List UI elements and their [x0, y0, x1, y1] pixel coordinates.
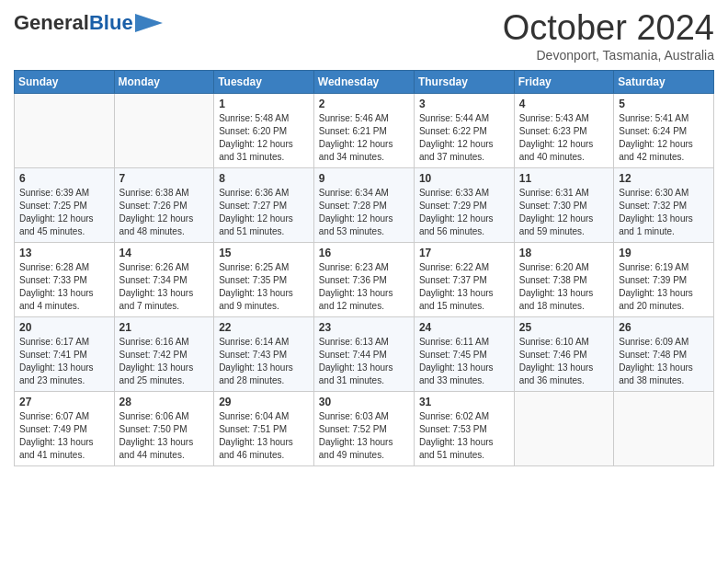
- calendar-cell: 10Sunrise: 6:33 AM Sunset: 7:29 PM Dayli…: [414, 167, 514, 242]
- calendar-cell: 15Sunrise: 6:25 AM Sunset: 7:35 PM Dayli…: [214, 242, 314, 316]
- day-number: 21: [119, 321, 210, 334]
- calendar-cell: 21Sunrise: 6:16 AM Sunset: 7:42 PM Dayli…: [114, 316, 214, 391]
- calendar-cell: 18Sunrise: 6:20 AM Sunset: 7:38 PM Dayli…: [514, 242, 613, 316]
- logo-text: GeneralBlue: [14, 13, 133, 33]
- day-info: Sunrise: 6:10 AM Sunset: 7:46 PM Dayligh…: [519, 336, 609, 387]
- day-number: 22: [219, 321, 309, 334]
- calendar-cell: 7Sunrise: 6:38 AM Sunset: 7:26 PM Daylig…: [114, 167, 214, 242]
- calendar-cell: [514, 391, 613, 465]
- day-number: 2: [319, 98, 409, 110]
- day-info: Sunrise: 6:16 AM Sunset: 7:42 PM Dayligh…: [119, 336, 210, 387]
- calendar-cell: 14Sunrise: 6:26 AM Sunset: 7:34 PM Dayli…: [114, 242, 214, 316]
- calendar-cell: 27Sunrise: 6:07 AM Sunset: 7:49 PM Dayli…: [15, 391, 115, 465]
- day-info: Sunrise: 6:02 AM Sunset: 7:53 PM Dayligh…: [419, 410, 509, 462]
- day-info: Sunrise: 6:23 AM Sunset: 7:36 PM Dayligh…: [319, 261, 409, 313]
- day-info: Sunrise: 6:07 AM Sunset: 7:49 PM Dayligh…: [19, 410, 109, 462]
- calendar-cell: [15, 93, 115, 167]
- day-info: Sunrise: 5:44 AM Sunset: 6:22 PM Dayligh…: [419, 112, 509, 164]
- day-number: 30: [319, 396, 409, 408]
- day-number: 7: [119, 172, 210, 185]
- day-number: 13: [19, 247, 109, 259]
- day-number: 28: [119, 396, 210, 408]
- page-header: GeneralBlue October 2024 Devonport, Tasm…: [14, 9, 714, 63]
- calendar-cell: 6Sunrise: 6:39 AM Sunset: 7:25 PM Daylig…: [15, 167, 115, 242]
- day-info: Sunrise: 6:39 AM Sunset: 7:25 PM Dayligh…: [19, 187, 109, 238]
- day-number: 27: [19, 396, 109, 408]
- day-number: 31: [419, 396, 509, 408]
- day-number: 12: [619, 172, 709, 185]
- day-number: 8: [219, 172, 309, 185]
- calendar-cell: [114, 93, 214, 167]
- day-number: 16: [319, 247, 409, 259]
- calendar-header-thursday: Thursday: [414, 70, 514, 93]
- calendar-week-row: 20Sunrise: 6:17 AM Sunset: 7:41 PM Dayli…: [15, 316, 714, 391]
- calendar-cell: 8Sunrise: 6:36 AM Sunset: 7:27 PM Daylig…: [214, 167, 314, 242]
- calendar-cell: 2Sunrise: 5:46 AM Sunset: 6:21 PM Daylig…: [313, 93, 414, 167]
- day-info: Sunrise: 6:20 AM Sunset: 7:38 PM Dayligh…: [519, 261, 609, 313]
- calendar-header-wednesday: Wednesday: [313, 70, 414, 93]
- calendar-week-row: 1Sunrise: 5:48 AM Sunset: 6:20 PM Daylig…: [15, 93, 714, 167]
- logo-arrow-icon: [135, 14, 163, 32]
- title-block: October 2024 Devonport, Tasmania, Austra…: [503, 9, 714, 63]
- day-info: Sunrise: 6:17 AM Sunset: 7:41 PM Dayligh…: [19, 336, 109, 387]
- calendar-cell: 1Sunrise: 5:48 AM Sunset: 6:20 PM Daylig…: [214, 93, 314, 167]
- day-info: Sunrise: 6:04 AM Sunset: 7:51 PM Dayligh…: [219, 410, 309, 462]
- day-info: Sunrise: 6:34 AM Sunset: 7:28 PM Dayligh…: [319, 187, 409, 238]
- day-info: Sunrise: 5:48 AM Sunset: 6:20 PM Dayligh…: [219, 112, 309, 164]
- day-info: Sunrise: 5:46 AM Sunset: 6:21 PM Dayligh…: [319, 112, 409, 164]
- day-number: 5: [619, 98, 709, 110]
- day-info: Sunrise: 6:19 AM Sunset: 7:39 PM Dayligh…: [619, 261, 709, 313]
- calendar-week-row: 27Sunrise: 6:07 AM Sunset: 7:49 PM Dayli…: [15, 391, 714, 465]
- day-info: Sunrise: 5:43 AM Sunset: 6:23 PM Dayligh…: [519, 112, 609, 164]
- day-info: Sunrise: 6:06 AM Sunset: 7:50 PM Dayligh…: [119, 410, 210, 462]
- day-number: 29: [219, 396, 309, 408]
- day-info: Sunrise: 6:13 AM Sunset: 7:44 PM Dayligh…: [319, 336, 409, 387]
- calendar-week-row: 6Sunrise: 6:39 AM Sunset: 7:25 PM Daylig…: [15, 167, 714, 242]
- calendar-cell: 25Sunrise: 6:10 AM Sunset: 7:46 PM Dayli…: [514, 316, 613, 391]
- calendar-table: SundayMondayTuesdayWednesdayThursdayFrid…: [14, 70, 714, 466]
- day-info: Sunrise: 6:25 AM Sunset: 7:35 PM Dayligh…: [219, 261, 309, 313]
- calendar-cell: 30Sunrise: 6:03 AM Sunset: 7:52 PM Dayli…: [313, 391, 414, 465]
- calendar-cell: 5Sunrise: 5:41 AM Sunset: 6:24 PM Daylig…: [614, 93, 714, 167]
- calendar-cell: 13Sunrise: 6:28 AM Sunset: 7:33 PM Dayli…: [15, 242, 115, 316]
- calendar-header-sunday: Sunday: [15, 70, 115, 93]
- calendar-cell: 24Sunrise: 6:11 AM Sunset: 7:45 PM Dayli…: [414, 316, 514, 391]
- day-number: 23: [319, 321, 409, 334]
- calendar-cell: 20Sunrise: 6:17 AM Sunset: 7:41 PM Dayli…: [15, 316, 115, 391]
- calendar-cell: 23Sunrise: 6:13 AM Sunset: 7:44 PM Dayli…: [313, 316, 414, 391]
- calendar-cell: 29Sunrise: 6:04 AM Sunset: 7:51 PM Dayli…: [214, 391, 314, 465]
- calendar-cell: 16Sunrise: 6:23 AM Sunset: 7:36 PM Dayli…: [313, 242, 414, 316]
- day-number: 1: [219, 98, 309, 110]
- day-number: 20: [19, 321, 109, 334]
- day-number: 10: [419, 172, 509, 185]
- day-number: 26: [619, 321, 709, 334]
- day-info: Sunrise: 6:09 AM Sunset: 7:48 PM Dayligh…: [619, 336, 709, 387]
- calendar-cell: 22Sunrise: 6:14 AM Sunset: 7:43 PM Dayli…: [214, 316, 314, 391]
- day-number: 14: [119, 247, 210, 259]
- calendar-header-friday: Friday: [514, 70, 613, 93]
- calendar-cell: 28Sunrise: 6:06 AM Sunset: 7:50 PM Dayli…: [114, 391, 214, 465]
- calendar-header-row: SundayMondayTuesdayWednesdayThursdayFrid…: [15, 70, 714, 93]
- day-number: 11: [519, 172, 609, 185]
- day-info: Sunrise: 6:03 AM Sunset: 7:52 PM Dayligh…: [319, 410, 409, 462]
- day-info: Sunrise: 6:36 AM Sunset: 7:27 PM Dayligh…: [219, 187, 309, 238]
- month-title: October 2024: [503, 9, 714, 48]
- day-info: Sunrise: 6:26 AM Sunset: 7:34 PM Dayligh…: [119, 261, 210, 313]
- day-number: 19: [619, 247, 709, 259]
- day-number: 24: [419, 321, 509, 334]
- day-number: 4: [519, 98, 609, 110]
- calendar-cell: 3Sunrise: 5:44 AM Sunset: 6:22 PM Daylig…: [414, 93, 514, 167]
- day-number: 25: [519, 321, 609, 334]
- day-info: Sunrise: 6:11 AM Sunset: 7:45 PM Dayligh…: [419, 336, 509, 387]
- day-number: 17: [419, 247, 509, 259]
- day-info: Sunrise: 6:38 AM Sunset: 7:26 PM Dayligh…: [119, 187, 210, 238]
- day-info: Sunrise: 6:28 AM Sunset: 7:33 PM Dayligh…: [19, 261, 109, 313]
- calendar-header-monday: Monday: [114, 70, 214, 93]
- calendar-cell: 19Sunrise: 6:19 AM Sunset: 7:39 PM Dayli…: [614, 242, 714, 316]
- day-number: 18: [519, 247, 609, 259]
- calendar-week-row: 13Sunrise: 6:28 AM Sunset: 7:33 PM Dayli…: [15, 242, 714, 316]
- day-info: Sunrise: 6:30 AM Sunset: 7:32 PM Dayligh…: [619, 187, 709, 238]
- day-number: 6: [19, 172, 109, 185]
- calendar-cell: 17Sunrise: 6:22 AM Sunset: 7:37 PM Dayli…: [414, 242, 514, 316]
- calendar-cell: [614, 391, 714, 465]
